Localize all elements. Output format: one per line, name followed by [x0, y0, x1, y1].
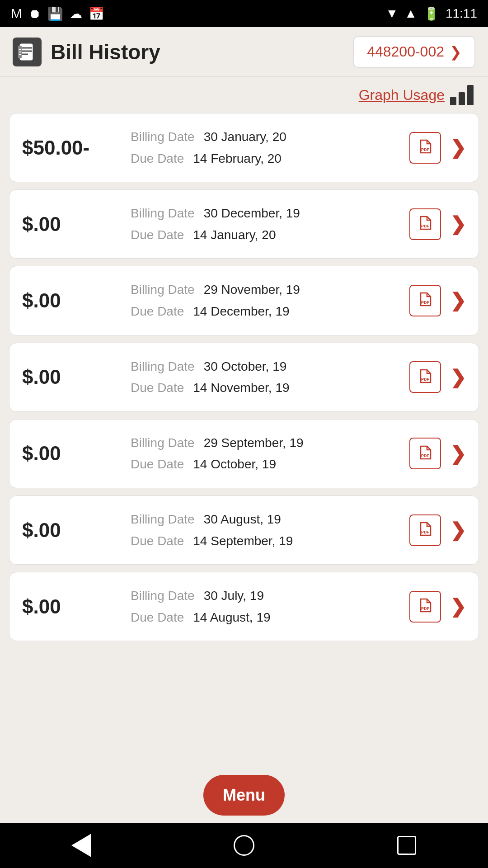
billing-date-label-4: Billing Date	[131, 432, 195, 454]
billing-date-label-5: Billing Date	[131, 509, 195, 530]
pdf-symbol-2: PDF	[417, 291, 433, 310]
bill-dates-1: Billing Date 30 December, 19 Due Date 14…	[122, 203, 409, 245]
status-bar: M ⏺ 💾 ☁ 📅 ▼ ▲ 🔋 11:11	[0, 0, 488, 27]
home-button[interactable]	[226, 827, 262, 863]
recents-button[interactable]	[389, 827, 425, 863]
bill-item[interactable]: $.00 Billing Date 29 September, 19 Due D…	[9, 419, 479, 488]
bill-chevron-6: ❯	[450, 595, 466, 618]
back-button[interactable]	[63, 827, 99, 863]
account-number-button[interactable]: 448200-002 ❯	[353, 36, 475, 68]
bill-actions-3: PDF ❯	[409, 361, 466, 393]
pdf-symbol-1: PDF	[417, 215, 433, 233]
bill-item[interactable]: $.00 Billing Date 30 July, 19 Due Date 1…	[9, 572, 479, 641]
back-icon	[71, 834, 91, 857]
bill-amount-6: $.00	[22, 595, 122, 618]
bill-item[interactable]: $.00 Billing Date 30 August, 19 Due Date…	[9, 495, 479, 565]
pdf-icon-4[interactable]: PDF	[409, 438, 441, 469]
billing-date-value-0: 30 January, 20	[204, 126, 286, 148]
bill-amount-5: $.00	[22, 519, 122, 542]
cloud-icon: ☁	[70, 6, 82, 21]
svg-text:PDF: PDF	[421, 300, 430, 305]
bill-actions-1: PDF ❯	[409, 208, 466, 240]
pdf-symbol-5: PDF	[417, 521, 433, 539]
billing-date-value-1: 30 December, 19	[204, 203, 300, 224]
bill-actions-2: PDF ❯	[409, 285, 466, 316]
time-display: 11:11	[446, 6, 477, 21]
due-date-label-3: Due Date	[131, 377, 184, 399]
due-date-value-2: 14 December, 19	[193, 301, 289, 322]
billing-date-value-3: 30 October, 19	[204, 356, 287, 377]
bill-list: $50.00- Billing Date 30 January, 20 Due …	[0, 109, 488, 764]
bar-chart-icon	[450, 85, 474, 105]
bill-amount-4: $.00	[22, 442, 122, 465]
due-date-value-4: 14 October, 19	[193, 453, 276, 475]
svg-rect-0	[20, 44, 33, 60]
bill-item[interactable]: $.00 Billing Date 30 December, 19 Due Da…	[9, 189, 479, 259]
bill-actions-0: PDF ❯	[409, 132, 466, 164]
menu-button[interactable]: Menu	[203, 775, 285, 816]
battery-icon: 🔋	[423, 6, 439, 21]
bill-dates-4: Billing Date 29 September, 19 Due Date 1…	[122, 432, 409, 475]
bill-amount-1: $.00	[22, 213, 122, 236]
recents-icon	[397, 836, 416, 855]
billing-date-label-6: Billing Date	[131, 585, 195, 607]
billing-date-label-2: Billing Date	[131, 279, 195, 301]
due-date-label-6: Due Date	[131, 607, 184, 628]
due-date-value-6: 14 August, 19	[193, 607, 270, 628]
pdf-symbol-4: PDF	[417, 444, 433, 463]
pdf-symbol-6: PDF	[417, 597, 433, 616]
status-icons-right: ▼ ▲ 🔋 11:11	[385, 6, 477, 21]
graph-usage-row: Graph Usage	[0, 77, 488, 109]
due-date-value-3: 14 November, 19	[193, 377, 289, 399]
account-chevron-icon: ❯	[450, 43, 462, 61]
due-date-value-5: 14 September, 19	[193, 530, 293, 552]
pdf-symbol-3: PDF	[417, 368, 433, 387]
bill-actions-6: PDF ❯	[409, 591, 466, 623]
wifi-icon: ▼	[385, 6, 398, 21]
bar1	[450, 97, 456, 105]
bill-dates-5: Billing Date 30 August, 19 Due Date 14 S…	[122, 509, 409, 552]
header: Bill History 448200-002 ❯	[0, 27, 488, 77]
bill-item[interactable]: $.00 Billing Date 30 October, 19 Due Dat…	[9, 343, 479, 412]
bill-item[interactable]: $50.00- Billing Date 30 January, 20 Due …	[9, 113, 479, 182]
pdf-icon-1[interactable]: PDF	[409, 208, 441, 240]
svg-text:PDF: PDF	[421, 530, 430, 534]
pdf-symbol-0: PDF	[417, 138, 433, 157]
pdf-icon-5[interactable]: PDF	[409, 514, 441, 546]
bill-dates-0: Billing Date 30 January, 20 Due Date 14 …	[122, 126, 409, 169]
bill-history-icon	[13, 38, 42, 66]
menu-container: Menu	[0, 764, 488, 823]
nav-bar	[0, 823, 488, 868]
bill-chevron-3: ❯	[450, 366, 466, 388]
pdf-icon-3[interactable]: PDF	[409, 361, 441, 393]
bill-amount-0: $50.00-	[22, 137, 122, 159]
svg-text:PDF: PDF	[421, 224, 430, 228]
bill-dates-3: Billing Date 30 October, 19 Due Date 14 …	[122, 356, 409, 399]
calendar-icon: 📅	[89, 6, 104, 21]
svg-text:PDF: PDF	[421, 377, 430, 382]
record-icon: ⏺	[28, 6, 41, 21]
svg-text:PDF: PDF	[421, 453, 430, 458]
bill-dates-2: Billing Date 29 November, 19 Due Date 14…	[122, 279, 409, 322]
pdf-icon-6[interactable]: PDF	[409, 591, 441, 623]
save-icon: 💾	[47, 6, 63, 21]
bill-chevron-1: ❯	[450, 213, 466, 235]
account-number-text: 448200-002	[367, 43, 444, 60]
bill-chevron-5: ❯	[450, 519, 466, 541]
bill-amount-3: $.00	[22, 366, 122, 388]
bill-item[interactable]: $.00 Billing Date 29 November, 19 Due Da…	[9, 266, 479, 335]
signal-icon: ▲	[404, 6, 417, 21]
billing-date-value-2: 29 November, 19	[204, 279, 300, 301]
pdf-icon-2[interactable]: PDF	[409, 285, 441, 316]
bar3	[467, 85, 474, 105]
billing-date-value-5: 30 August, 19	[204, 509, 281, 530]
graph-usage-link[interactable]: Graph Usage	[359, 87, 445, 104]
due-date-label-4: Due Date	[131, 453, 184, 475]
bill-chevron-4: ❯	[450, 443, 466, 465]
gmail-icon: M	[11, 6, 22, 21]
due-date-label-5: Due Date	[131, 530, 184, 552]
pdf-icon-0[interactable]: PDF	[409, 132, 441, 164]
due-date-value-1: 14 January, 20	[193, 224, 276, 246]
status-icons-left: M ⏺ 💾 ☁ 📅	[11, 6, 104, 21]
billing-date-value-6: 30 July, 19	[204, 585, 264, 607]
